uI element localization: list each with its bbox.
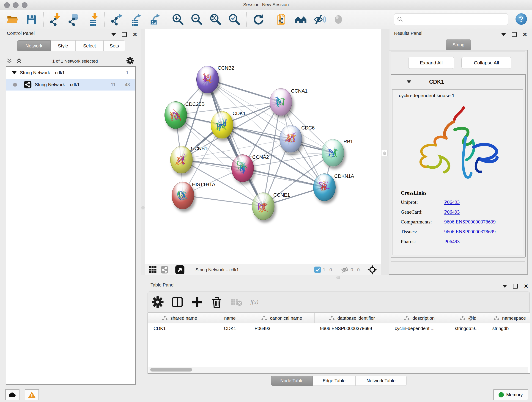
splitter-handle[interactable] <box>381 150 388 156</box>
tab-string[interactable]: String <box>446 39 471 50</box>
table-row[interactable]: CDK1 CDK1 P06493 9606.ENSP00000378699 cy… <box>148 323 530 333</box>
import-network-from-database-icon[interactable] <box>67 13 81 26</box>
hide-selected-icon[interactable] <box>313 13 326 26</box>
column-header-database-identifier[interactable]: database identifier <box>315 313 389 323</box>
function-builder-icon[interactable]: f(x) <box>249 295 263 309</box>
zoom-selected-icon[interactable] <box>228 13 241 26</box>
float-panel-icon[interactable] <box>512 32 517 37</box>
float-panel-icon[interactable] <box>513 284 518 288</box>
tab-select[interactable]: Select <box>75 40 104 51</box>
column-header-namespace[interactable]: namespace <box>487 313 530 323</box>
crosslink-label: Pharos: <box>401 239 444 245</box>
network-node-CDK1[interactable] <box>211 111 233 139</box>
crosslink-link[interactable]: P06493 <box>444 239 460 245</box>
expand-all-button[interactable]: Expand All <box>408 57 454 69</box>
import-table-from-file-icon[interactable] <box>86 13 99 26</box>
network-row[interactable]: String Network – cdk1 11 48 <box>6 79 135 90</box>
zoom-out-icon[interactable] <box>190 13 203 26</box>
crosslink-link[interactable]: P06493 <box>444 209 460 215</box>
help-button[interactable]: ? <box>515 13 527 25</box>
node-label-CCNB1: CCNB1 <box>191 146 207 152</box>
export-image-icon[interactable] <box>147 13 161 26</box>
add-column-icon[interactable] <box>190 295 204 309</box>
tab-network[interactable]: Network <box>17 40 51 51</box>
float-panel-icon[interactable] <box>122 32 127 37</box>
selected-checkbox-icon[interactable] <box>314 266 321 273</box>
crosshair-icon[interactable] <box>367 265 377 274</box>
export-table-icon[interactable] <box>129 13 142 26</box>
left-splitter[interactable] <box>141 29 145 275</box>
grid-view-icon[interactable] <box>148 266 157 274</box>
save-session-icon[interactable] <box>25 13 38 26</box>
split-columns-icon[interactable] <box>171 295 184 309</box>
tab-sets[interactable]: Sets <box>104 40 125 51</box>
scrollbar-thumb[interactable] <box>150 368 192 371</box>
toolbar-separator <box>246 12 247 27</box>
memory-button[interactable]: Memory <box>493 389 528 400</box>
show-all-icon[interactable] <box>332 13 345 26</box>
table-settings-icon[interactable] <box>151 295 164 309</box>
hidden-eye-icon[interactable] <box>341 266 349 274</box>
collapse-arrow-icon[interactable] <box>12 71 17 74</box>
birdseye-view-icon[interactable] <box>175 265 185 274</box>
panel-menu-icon[interactable] <box>502 285 507 288</box>
tab-edge-table[interactable]: Edge Table <box>313 376 355 386</box>
close-panel-icon[interactable]: ✕ <box>524 284 528 288</box>
network-node-CCNB2[interactable] <box>196 66 219 93</box>
crosslink-link[interactable]: 9606.ENSP00000378699 <box>444 229 496 235</box>
network-node-HIST1H1A[interactable] <box>172 182 194 209</box>
network-view-icon[interactable] <box>161 266 168 274</box>
column-header-shared-name[interactable]: shared name <box>148 313 211 323</box>
network-canvas[interactable]: CCNB2CCNA1CDC25BCDK1CDC6RB1CCNB1CCNA2CDK… <box>145 29 381 264</box>
delete-column-icon[interactable] <box>210 295 223 309</box>
network-collection-row[interactable]: String Network – cdk1 1 <box>6 67 135 79</box>
table-hscrollbar[interactable] <box>148 367 528 373</box>
splitter-handle[interactable] <box>336 276 340 279</box>
table-panel-title: Table Panel <box>151 282 175 288</box>
warnings-button[interactable] <box>25 389 39 400</box>
crosslinks-title: CrossLinks <box>401 190 496 196</box>
column-header-canonical-name[interactable]: canonical name <box>249 313 315 323</box>
panel-menu-icon[interactable] <box>501 33 506 36</box>
network-node-RB1[interactable] <box>322 139 344 167</box>
cloud-button[interactable] <box>5 389 19 400</box>
zoom-in-icon[interactable] <box>171 13 185 26</box>
cdk1-section-header[interactable]: CDK1 <box>391 75 525 89</box>
column-header-name[interactable]: name <box>211 313 249 323</box>
delete-table-icon[interactable] <box>230 295 243 309</box>
crosslink-link[interactable]: P06493 <box>444 199 460 205</box>
zoom-fit-icon[interactable] <box>209 13 222 26</box>
network-node-CDKN1A[interactable] <box>313 173 336 201</box>
toolbar-separator <box>43 12 44 27</box>
panel-menu-icon[interactable] <box>111 33 116 36</box>
apply-preferred-layout-icon[interactable] <box>252 13 265 26</box>
column-header--id[interactable]: @id <box>449 313 487 323</box>
network-node-CCNB1[interactable] <box>170 146 193 173</box>
splitter-handle[interactable] <box>141 206 145 210</box>
network-home-icon[interactable] <box>294 13 307 26</box>
network-node-CCNA1[interactable] <box>270 88 292 116</box>
close-panel-icon[interactable]: ✕ <box>523 32 527 36</box>
expand-all-icon[interactable] <box>16 57 22 65</box>
network-node-CDC25B[interactable] <box>165 101 187 129</box>
collapse-section-icon[interactable] <box>407 80 411 83</box>
close-panel-icon[interactable]: ✕ <box>133 32 137 36</box>
horizontal-splitter[interactable] <box>145 275 532 281</box>
tab-node-table[interactable]: Node Table <box>271 376 313 386</box>
right-splitter[interactable] <box>381 29 390 275</box>
network-node-CCNA2[interactable] <box>231 154 254 182</box>
crosslink-link[interactable]: 9606.ENSP00000378699 <box>444 219 496 225</box>
gear-icon[interactable] <box>126 57 134 65</box>
collapse-all-icon[interactable] <box>6 57 12 65</box>
search-input[interactable] <box>404 14 508 24</box>
tab-network-table[interactable]: Network Table <box>355 376 407 386</box>
column-header-description[interactable]: description <box>389 313 449 323</box>
export-network-icon[interactable] <box>110 13 123 26</box>
import-network-from-file-icon[interactable] <box>49 13 62 26</box>
open-session-icon[interactable] <box>6 13 19 26</box>
network-node-CCNE1[interactable] <box>252 192 274 220</box>
network-node-CDC6[interactable] <box>279 125 302 153</box>
tab-style[interactable]: Style <box>51 40 75 51</box>
collapse-all-button[interactable]: Collapse All <box>462 57 511 69</box>
share-network-document-icon[interactable] <box>275 13 289 26</box>
